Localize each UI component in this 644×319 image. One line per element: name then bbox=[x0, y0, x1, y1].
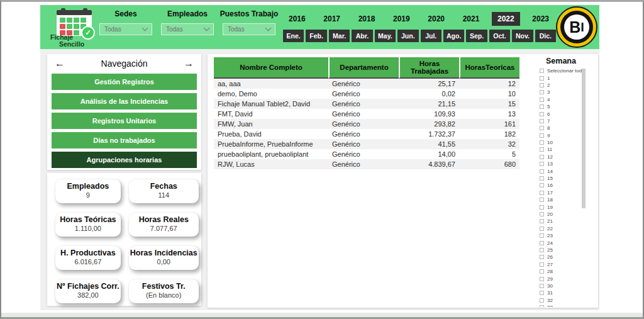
week-checkbox[interactable] bbox=[540, 227, 544, 231]
table-row[interactable]: aa, aaa Genérico 25,17 12 bbox=[214, 79, 519, 89]
week-item[interactable]: 18 bbox=[540, 196, 597, 203]
week-item[interactable]: 22 bbox=[540, 225, 597, 232]
week-item[interactable]: 19 bbox=[540, 203, 597, 210]
month-button[interactable]: Ene. bbox=[283, 30, 304, 42]
week-item[interactable]: 4 bbox=[540, 96, 597, 103]
week-item[interactable]: 33 bbox=[540, 304, 597, 307]
week-checkbox[interactable] bbox=[540, 155, 544, 159]
week-item[interactable]: 2 bbox=[540, 82, 597, 89]
week-checkbox[interactable] bbox=[540, 291, 544, 295]
week-checkbox[interactable] bbox=[540, 241, 544, 245]
filter-dropdown[interactable]: Todas bbox=[223, 23, 275, 35]
week-list-scrollbar-thumb[interactable] bbox=[582, 69, 586, 208]
week-checkbox[interactable] bbox=[540, 76, 544, 81]
week-item[interactable]: 7 bbox=[540, 118, 597, 125]
table-column-header[interactable]: Horas Trabajadas bbox=[399, 57, 459, 79]
week-checkbox[interactable] bbox=[540, 298, 544, 303]
week-checkbox[interactable] bbox=[540, 219, 544, 223]
nav-forward-arrow-icon[interactable]: → bbox=[184, 59, 194, 68]
nav-page-button[interactable]: Análisis de las Incidencias bbox=[52, 93, 197, 109]
year-button[interactable]: 2021 bbox=[457, 12, 486, 26]
week-checkbox[interactable] bbox=[540, 90, 544, 94]
week-checkbox[interactable] bbox=[540, 262, 544, 267]
nav-page-button[interactable]: Agrupaciones horarias bbox=[52, 152, 197, 168]
week-item[interactable]: 5 bbox=[540, 103, 597, 110]
week-item[interactable]: 21 bbox=[540, 218, 597, 225]
table-column-header[interactable]: HorasTeoricas bbox=[459, 57, 519, 79]
week-item[interactable]: 6 bbox=[540, 110, 597, 117]
table-row[interactable]: FMW, Juan Genérico 293,82 161 bbox=[214, 119, 519, 129]
week-checkbox[interactable] bbox=[540, 112, 544, 116]
filter-dropdown[interactable]: Todas bbox=[161, 23, 214, 35]
month-button[interactable]: May. bbox=[375, 30, 396, 42]
year-button[interactable]: 2019 bbox=[387, 12, 416, 26]
table-row[interactable]: Prueba, David Genérico 1.732,37 182 bbox=[214, 129, 519, 139]
year-button[interactable]: 2016 bbox=[283, 12, 311, 26]
week-checkbox[interactable] bbox=[540, 277, 544, 281]
month-button[interactable]: Mar. bbox=[329, 30, 350, 42]
month-button[interactable]: Dic. bbox=[535, 30, 556, 42]
table-row[interactable]: pruebaoliplant, pruebaoliplant Genérico … bbox=[214, 149, 519, 159]
week-item[interactable]: 17 bbox=[540, 189, 597, 196]
week-item[interactable]: 14 bbox=[540, 167, 597, 174]
month-button[interactable]: Sep. bbox=[466, 30, 487, 42]
week-checkbox[interactable] bbox=[540, 198, 544, 202]
select-all-item[interactable]: Seleccionar todo bbox=[540, 67, 597, 74]
year-button[interactable]: 2017 bbox=[318, 12, 346, 26]
week-checkbox[interactable] bbox=[540, 205, 544, 210]
week-checkbox[interactable] bbox=[540, 83, 544, 87]
table-column-header[interactable]: Departamento bbox=[328, 57, 399, 79]
select-all-checkbox[interactable] bbox=[540, 69, 544, 73]
week-checkbox[interactable] bbox=[540, 212, 544, 216]
year-button[interactable]: 2022 bbox=[492, 12, 520, 26]
table-column-header[interactable]: Nombre Completo bbox=[214, 57, 328, 79]
week-checkbox[interactable] bbox=[540, 126, 544, 130]
week-item[interactable]: 13 bbox=[540, 160, 597, 167]
week-item[interactable]: 27 bbox=[540, 261, 597, 268]
week-item[interactable]: 12 bbox=[540, 154, 597, 160]
week-item[interactable]: 24 bbox=[540, 239, 597, 246]
month-button[interactable]: Jul. bbox=[421, 30, 441, 42]
week-item[interactable]: 30 bbox=[540, 283, 597, 289]
month-button[interactable]: Nov. bbox=[512, 30, 533, 42]
week-item[interactable]: 15 bbox=[540, 175, 597, 182]
nav-back-arrow-icon[interactable]: ← bbox=[55, 59, 65, 68]
month-button[interactable]: Feb. bbox=[306, 30, 326, 42]
week-item[interactable]: 25 bbox=[540, 247, 597, 254]
year-button[interactable]: 2018 bbox=[353, 12, 381, 26]
week-item[interactable]: 11 bbox=[540, 146, 597, 153]
week-item[interactable]: 3 bbox=[540, 89, 597, 96]
month-button[interactable]: Ago. bbox=[443, 30, 464, 42]
week-checkbox[interactable] bbox=[540, 284, 544, 288]
week-checkbox[interactable] bbox=[540, 255, 544, 259]
year-button[interactable]: 2020 bbox=[422, 12, 450, 26]
week-checkbox[interactable] bbox=[540, 269, 544, 274]
table-row[interactable]: Fichaje Manual Tablet2, David Genérico 2… bbox=[214, 99, 519, 109]
month-button[interactable]: Oct. bbox=[489, 30, 510, 42]
week-checkbox[interactable] bbox=[540, 191, 544, 195]
week-item[interactable]: 16 bbox=[540, 182, 597, 189]
table-row[interactable]: PruebaInforme, PruebaInforme Genérico 41… bbox=[214, 139, 519, 149]
week-checkbox[interactable] bbox=[540, 98, 544, 102]
table-row[interactable]: RJW, Lucas Genérico 4.839,67 680 bbox=[214, 159, 519, 169]
week-checkbox[interactable] bbox=[540, 233, 544, 238]
week-checkbox[interactable] bbox=[540, 183, 544, 187]
week-checkbox[interactable] bbox=[540, 147, 544, 152]
week-item[interactable]: 29 bbox=[540, 275, 597, 282]
horizontal-scrollbar[interactable] bbox=[1, 313, 643, 317]
week-item[interactable]: 31 bbox=[540, 289, 597, 296]
week-checkbox[interactable] bbox=[540, 248, 544, 252]
table-row[interactable]: FMT, David Genérico 109,93 13 bbox=[214, 109, 519, 119]
nav-page-button[interactable]: Registros Unitarios bbox=[52, 113, 197, 129]
week-checkbox[interactable] bbox=[540, 104, 544, 109]
week-item[interactable]: 28 bbox=[540, 268, 597, 275]
table-row[interactable]: demo, Demo Genérico 0,02 10 bbox=[214, 89, 519, 99]
week-item[interactable]: 9 bbox=[540, 132, 597, 139]
nav-page-button[interactable]: Días no trabajados bbox=[52, 132, 197, 148]
week-checkbox[interactable] bbox=[540, 133, 544, 138]
filter-dropdown[interactable]: Todas bbox=[99, 23, 152, 35]
month-button[interactable]: Abr. bbox=[352, 30, 372, 42]
week-checkbox[interactable] bbox=[540, 176, 544, 181]
week-item[interactable]: 8 bbox=[540, 125, 597, 132]
week-checkbox[interactable] bbox=[540, 119, 544, 123]
